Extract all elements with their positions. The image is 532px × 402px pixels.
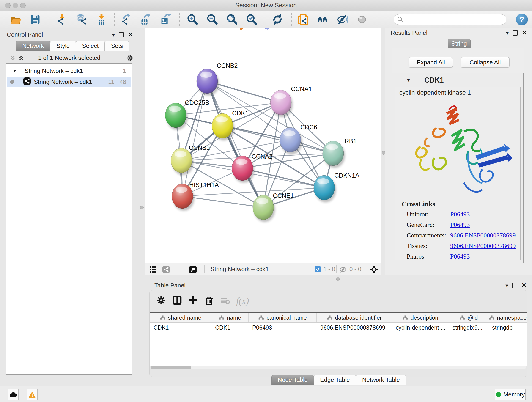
import-table-button[interactable] bbox=[95, 13, 108, 26]
zoom-in-button[interactable] bbox=[186, 13, 199, 26]
network-node-label: HIST1H1A bbox=[189, 182, 219, 188]
search-input[interactable] bbox=[405, 15, 506, 24]
tab-select[interactable]: Select bbox=[76, 41, 105, 51]
open-session-button[interactable] bbox=[9, 13, 22, 26]
right-splitter-handle[interactable] bbox=[382, 151, 385, 155]
tab-sets[interactable]: Sets bbox=[105, 41, 129, 51]
enhanced-labels-button[interactable] bbox=[336, 13, 349, 26]
minimize-window-icon[interactable] bbox=[13, 3, 18, 8]
network-canvas[interactable]: CCNB2CCNA1CDC25BCDK1CDC6RB1CCNB1CCNA2CDK… bbox=[145, 28, 381, 263]
help-button[interactable]: ? bbox=[516, 13, 528, 26]
table-settings-gear-icon[interactable] bbox=[156, 295, 166, 306]
network-selection-status: 1 of 1 Network selected bbox=[4, 53, 135, 63]
tab-style[interactable]: Style bbox=[50, 41, 76, 51]
network-edge[interactable] bbox=[207, 81, 263, 207]
crosslink-value-link[interactable]: P06493 bbox=[450, 253, 470, 260]
network-options-gear-icon[interactable] bbox=[127, 54, 134, 63]
close-window-icon[interactable] bbox=[5, 3, 11, 8]
save-session-button[interactable] bbox=[29, 13, 42, 26]
memory-button[interactable]: Memory bbox=[495, 389, 526, 400]
tab-string[interactable]: String bbox=[448, 38, 471, 49]
fit-move-crosshair-icon[interactable] bbox=[370, 265, 378, 275]
network-edge[interactable] bbox=[182, 81, 207, 196]
crosslink-value-link[interactable]: 9606.ENSP00000378699 bbox=[450, 232, 515, 239]
warnings-button[interactable] bbox=[27, 389, 38, 400]
results-panel-float-icon[interactable] bbox=[513, 30, 518, 36]
zoom-out-icon bbox=[206, 13, 218, 26]
add-entry-icon[interactable] bbox=[188, 295, 198, 306]
column-header-shared-name[interactable]: shared name bbox=[150, 313, 211, 322]
structure-sphere-button[interactable] bbox=[355, 13, 368, 26]
results-panel-close-icon[interactable]: ✕ bbox=[522, 30, 527, 36]
column-header-canonical-name[interactable]: canonical name bbox=[249, 313, 317, 322]
selected-checkbox-icon[interactable] bbox=[315, 266, 321, 272]
table-cell[interactable]: 9606.ENSP00000378699 bbox=[317, 323, 392, 332]
zoom-window-icon[interactable] bbox=[20, 3, 26, 8]
gene-entry-panel: ▼ CDK1 cyclin-dependent kinase 1 bbox=[392, 73, 524, 263]
delete-entry-trash-icon[interactable] bbox=[204, 295, 214, 306]
tree-expander-icon[interactable]: ▼ bbox=[12, 68, 17, 74]
search-field[interactable] bbox=[394, 14, 506, 25]
gene-entry-expander-icon[interactable]: ▼ bbox=[406, 77, 411, 83]
results-panel-menu-icon[interactable]: ▾ bbox=[506, 30, 509, 36]
tab-edge-table[interactable]: Edge Table bbox=[314, 375, 356, 385]
table-horizontal-scrollbar[interactable] bbox=[151, 366, 526, 369]
column-header--id[interactable]: @id bbox=[449, 313, 488, 322]
network-node-CDC6[interactable]: CDC6 bbox=[254, 28, 381, 263]
control-panel-float-icon[interactable] bbox=[119, 32, 124, 37]
delete-table-icon[interactable] bbox=[220, 295, 230, 306]
table-panel-menu-icon[interactable]: ▾ bbox=[505, 283, 508, 288]
string-home-icon bbox=[317, 13, 329, 26]
table-cell[interactable]: P06493 bbox=[249, 323, 317, 332]
tab-node-table[interactable]: Node Table bbox=[272, 375, 314, 385]
left-splitter-handle[interactable] bbox=[140, 206, 144, 209]
table-cell[interactable]: stringdb:9... bbox=[449, 323, 488, 332]
import-network-database-button[interactable] bbox=[75, 13, 88, 26]
table-cell[interactable]: stringdb bbox=[488, 323, 527, 332]
table-cell[interactable]: CDK1 bbox=[150, 323, 211, 332]
crosslink-value-link[interactable]: 9606.ENSP00000378699 bbox=[450, 242, 515, 249]
import-network-database-icon bbox=[76, 13, 88, 26]
network-node-CCNB1[interactable]: CCNB1 bbox=[171, 144, 210, 175]
control-panel-close-icon[interactable]: ✕ bbox=[128, 32, 133, 38]
string-home-button[interactable] bbox=[316, 13, 329, 26]
network-collection-row[interactable]: ▼ String Network – cdk1 1 bbox=[7, 65, 131, 76]
export-table-button[interactable] bbox=[139, 13, 152, 26]
zoom-selected-button[interactable] bbox=[245, 13, 258, 26]
collapse-all-button[interactable]: Collapse All bbox=[461, 57, 510, 68]
string-documents-button[interactable] bbox=[297, 13, 309, 26]
function-builder-icon[interactable]: f(x) bbox=[236, 295, 249, 306]
network-node-CCNA1[interactable]: CCNA1 bbox=[270, 28, 312, 117]
zoom-out-button[interactable] bbox=[206, 13, 219, 26]
network-row[interactable]: String Network – cdk1 11 48 bbox=[7, 77, 131, 87]
import-network-file-button[interactable] bbox=[56, 13, 69, 26]
crosslink-value-link[interactable]: P06493 bbox=[450, 211, 470, 218]
birdseye-view-icon[interactable] bbox=[189, 265, 197, 274]
grid-view-icon[interactable] bbox=[149, 266, 157, 274]
tab-network-table[interactable]: Network Table bbox=[356, 375, 406, 385]
column-header-name[interactable]: name bbox=[211, 313, 249, 322]
column-header-description[interactable]: description bbox=[392, 313, 449, 322]
table-cell[interactable]: CDK1 bbox=[211, 323, 249, 332]
table-cell[interactable]: cyclin-dependent ... bbox=[392, 323, 449, 332]
cloud-status-button[interactable] bbox=[7, 389, 19, 400]
export-network-button[interactable] bbox=[120, 13, 133, 26]
hidden-eye-icon[interactable] bbox=[339, 266, 347, 274]
zoom-fit-content-button[interactable] bbox=[225, 13, 238, 26]
export-image-button[interactable] bbox=[159, 13, 172, 26]
network-edge[interactable] bbox=[182, 196, 263, 207]
control-panel-menu-icon[interactable]: ▾ bbox=[112, 32, 115, 38]
tab-network[interactable]: Network bbox=[16, 41, 50, 51]
crosslink-value-link[interactable]: P06493 bbox=[450, 221, 470, 229]
table-panel-float-icon[interactable] bbox=[512, 283, 517, 288]
apply-layout-refresh-button[interactable] bbox=[271, 13, 284, 26]
expand-all-button[interactable]: Expand All bbox=[409, 57, 453, 68]
table-row[interactable]: CDK1CDK1P064939606.ENSP00000378699cyclin… bbox=[150, 323, 527, 332]
network-share-toggle-icon[interactable] bbox=[162, 265, 170, 274]
column-header-namespace[interactable]: namespace bbox=[488, 313, 527, 322]
column-header-label: @id bbox=[468, 314, 478, 321]
table-scrollbar-thumb[interactable] bbox=[151, 366, 191, 369]
show-columns-icon[interactable] bbox=[172, 295, 182, 306]
table-panel-close-icon[interactable]: ✕ bbox=[521, 282, 526, 288]
column-header-database-identifier[interactable]: database identifier bbox=[317, 313, 392, 322]
